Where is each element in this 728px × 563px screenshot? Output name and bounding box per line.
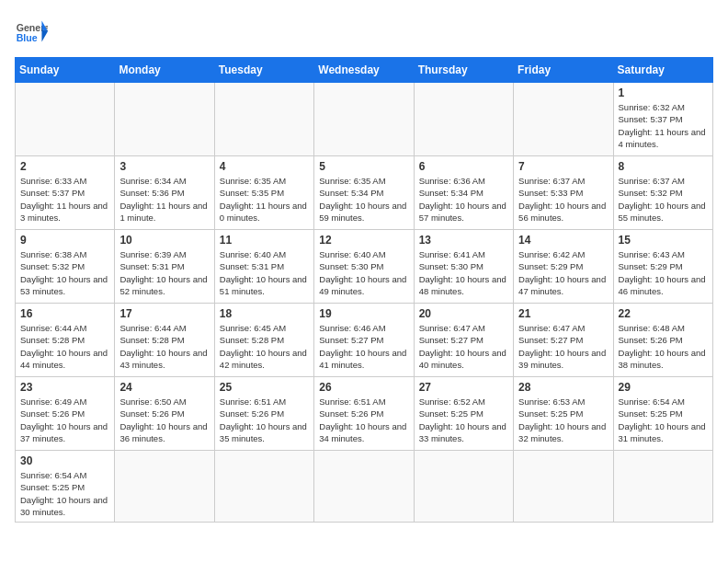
- day-info: Sunrise: 6:48 AM Sunset: 5:26 PM Dayligh…: [619, 322, 708, 371]
- day-number: 28: [518, 381, 608, 394]
- day-info: Sunrise: 6:54 AM Sunset: 5:25 PM Dayligh…: [619, 396, 708, 444]
- day-number: 4: [220, 160, 309, 173]
- calendar-cell: 30Sunrise: 6:54 AM Sunset: 5:25 PM Dayli…: [16, 451, 115, 523]
- day-info: Sunrise: 6:47 AM Sunset: 5:27 PM Dayligh…: [419, 322, 508, 371]
- calendar-cell: 2Sunrise: 6:33 AM Sunset: 5:37 PM Daylig…: [16, 156, 115, 230]
- day-number: 12: [319, 234, 408, 247]
- calendar-cell: 26Sunrise: 6:51 AM Sunset: 5:26 PM Dayli…: [314, 377, 414, 451]
- day-info: Sunrise: 6:35 AM Sunset: 5:35 PM Dayligh…: [220, 175, 309, 224]
- calendar-week-row: 16Sunrise: 6:44 AM Sunset: 5:28 PM Dayli…: [16, 304, 713, 377]
- column-header-tuesday: Tuesday: [214, 58, 313, 83]
- day-number: 5: [319, 160, 408, 173]
- day-info: Sunrise: 6:52 AM Sunset: 5:25 PM Dayligh…: [419, 396, 508, 444]
- calendar-cell: 25Sunrise: 6:51 AM Sunset: 5:26 PM Dayli…: [214, 377, 313, 451]
- calendar-cell: 15Sunrise: 6:43 AM Sunset: 5:29 PM Dayli…: [613, 230, 712, 304]
- day-info: Sunrise: 6:45 AM Sunset: 5:28 PM Dayligh…: [220, 322, 309, 371]
- calendar-week-row: 23Sunrise: 6:49 AM Sunset: 5:26 PM Dayli…: [16, 377, 713, 451]
- column-header-monday: Monday: [115, 58, 214, 83]
- day-info: Sunrise: 6:37 AM Sunset: 5:33 PM Dayligh…: [518, 175, 608, 224]
- calendar-cell: [414, 451, 513, 523]
- calendar-cell: 3Sunrise: 6:34 AM Sunset: 5:36 PM Daylig…: [115, 156, 214, 230]
- logo: General Blue: [15, 15, 48, 48]
- calendar-cell: 20Sunrise: 6:47 AM Sunset: 5:27 PM Dayli…: [414, 304, 513, 377]
- calendar-header-row: SundayMondayTuesdayWednesdayThursdayFrid…: [16, 58, 713, 83]
- day-number: 6: [419, 160, 508, 173]
- calendar-week-row: 2Sunrise: 6:33 AM Sunset: 5:37 PM Daylig…: [16, 156, 713, 230]
- calendar-cell: 28Sunrise: 6:53 AM Sunset: 5:25 PM Dayli…: [514, 377, 613, 451]
- day-info: Sunrise: 6:49 AM Sunset: 5:26 PM Dayligh…: [20, 396, 109, 444]
- page-header: General Blue: [15, 15, 713, 48]
- calendar-cell: 7Sunrise: 6:37 AM Sunset: 5:33 PM Daylig…: [514, 156, 613, 230]
- day-number: 17: [119, 307, 209, 320]
- day-info: Sunrise: 6:37 AM Sunset: 5:32 PM Dayligh…: [619, 175, 708, 224]
- day-number: 22: [619, 307, 708, 320]
- day-number: 24: [119, 381, 209, 394]
- day-number: 10: [119, 234, 209, 247]
- day-info: Sunrise: 6:42 AM Sunset: 5:29 PM Dayligh…: [518, 248, 608, 297]
- calendar-cell: 19Sunrise: 6:46 AM Sunset: 5:27 PM Dayli…: [314, 304, 414, 377]
- calendar-cell: 8Sunrise: 6:37 AM Sunset: 5:32 PM Daylig…: [613, 156, 712, 230]
- calendar-cell: 18Sunrise: 6:45 AM Sunset: 5:28 PM Dayli…: [214, 304, 313, 377]
- day-info: Sunrise: 6:38 AM Sunset: 5:32 PM Dayligh…: [20, 248, 109, 297]
- day-info: Sunrise: 6:32 AM Sunset: 5:37 PM Dayligh…: [619, 101, 708, 150]
- day-number: 30: [20, 454, 109, 467]
- calendar-cell: [613, 451, 712, 523]
- day-info: Sunrise: 6:40 AM Sunset: 5:30 PM Dayligh…: [319, 248, 408, 297]
- day-number: 3: [119, 160, 209, 173]
- calendar-cell: 11Sunrise: 6:40 AM Sunset: 5:31 PM Dayli…: [214, 230, 313, 304]
- day-number: 14: [518, 234, 608, 247]
- calendar-cell: 5Sunrise: 6:35 AM Sunset: 5:34 PM Daylig…: [314, 156, 414, 230]
- calendar-cell: [115, 451, 214, 523]
- day-number: 15: [619, 234, 708, 247]
- calendar-cell: 10Sunrise: 6:39 AM Sunset: 5:31 PM Dayli…: [115, 230, 214, 304]
- day-number: 29: [619, 381, 708, 394]
- day-number: 19: [319, 307, 408, 320]
- day-info: Sunrise: 6:36 AM Sunset: 5:34 PM Dayligh…: [419, 175, 508, 224]
- day-info: Sunrise: 6:34 AM Sunset: 5:36 PM Dayligh…: [119, 175, 209, 224]
- calendar-cell: 21Sunrise: 6:47 AM Sunset: 5:27 PM Dayli…: [514, 304, 613, 377]
- calendar-cell: [16, 83, 115, 156]
- calendar-cell: 23Sunrise: 6:49 AM Sunset: 5:26 PM Dayli…: [16, 377, 115, 451]
- column-header-saturday: Saturday: [613, 58, 712, 83]
- calendar-week-row: 1Sunrise: 6:32 AM Sunset: 5:37 PM Daylig…: [16, 83, 713, 156]
- day-info: Sunrise: 6:35 AM Sunset: 5:34 PM Dayligh…: [319, 175, 408, 224]
- day-number: 25: [220, 381, 309, 394]
- calendar-week-row: 9Sunrise: 6:38 AM Sunset: 5:32 PM Daylig…: [16, 230, 713, 304]
- column-header-wednesday: Wednesday: [314, 58, 414, 83]
- day-info: Sunrise: 6:47 AM Sunset: 5:27 PM Dayligh…: [518, 322, 608, 371]
- calendar-week-row: 30Sunrise: 6:54 AM Sunset: 5:25 PM Dayli…: [16, 451, 713, 523]
- day-number: 26: [319, 381, 408, 394]
- calendar-cell: 13Sunrise: 6:41 AM Sunset: 5:30 PM Dayli…: [414, 230, 513, 304]
- calendar-cell: [514, 451, 613, 523]
- day-info: Sunrise: 6:40 AM Sunset: 5:31 PM Dayligh…: [220, 248, 309, 297]
- calendar-cell: 17Sunrise: 6:44 AM Sunset: 5:28 PM Dayli…: [115, 304, 214, 377]
- day-info: Sunrise: 6:44 AM Sunset: 5:28 PM Dayligh…: [119, 322, 209, 371]
- day-info: Sunrise: 6:46 AM Sunset: 5:27 PM Dayligh…: [319, 322, 408, 371]
- calendar-cell: 6Sunrise: 6:36 AM Sunset: 5:34 PM Daylig…: [414, 156, 513, 230]
- day-number: 8: [619, 160, 708, 173]
- day-number: 13: [419, 234, 508, 247]
- calendar-cell: 1Sunrise: 6:32 AM Sunset: 5:37 PM Daylig…: [613, 83, 712, 156]
- day-info: Sunrise: 6:53 AM Sunset: 5:25 PM Dayligh…: [518, 396, 608, 444]
- calendar-cell: [414, 83, 513, 156]
- day-info: Sunrise: 6:51 AM Sunset: 5:26 PM Dayligh…: [319, 396, 408, 444]
- day-info: Sunrise: 6:51 AM Sunset: 5:26 PM Dayligh…: [220, 396, 309, 444]
- calendar-cell: [214, 451, 313, 523]
- svg-marker-3: [41, 29, 48, 41]
- day-info: Sunrise: 6:44 AM Sunset: 5:28 PM Dayligh…: [20, 322, 109, 371]
- calendar-cell: [314, 83, 414, 156]
- column-header-friday: Friday: [514, 58, 613, 83]
- calendar-cell: 27Sunrise: 6:52 AM Sunset: 5:25 PM Dayli…: [414, 377, 513, 451]
- day-number: 1: [619, 86, 708, 99]
- day-number: 9: [20, 234, 109, 247]
- day-info: Sunrise: 6:33 AM Sunset: 5:37 PM Dayligh…: [20, 175, 109, 224]
- calendar-cell: 12Sunrise: 6:40 AM Sunset: 5:30 PM Dayli…: [314, 230, 414, 304]
- calendar-table: SundayMondayTuesdayWednesdayThursdayFrid…: [15, 57, 713, 523]
- day-info: Sunrise: 6:39 AM Sunset: 5:31 PM Dayligh…: [119, 248, 209, 297]
- day-info: Sunrise: 6:50 AM Sunset: 5:26 PM Dayligh…: [119, 396, 209, 444]
- day-number: 27: [419, 381, 508, 394]
- day-info: Sunrise: 6:43 AM Sunset: 5:29 PM Dayligh…: [619, 248, 708, 297]
- day-number: 23: [20, 381, 109, 394]
- day-number: 18: [220, 307, 309, 320]
- day-info: Sunrise: 6:41 AM Sunset: 5:30 PM Dayligh…: [419, 248, 508, 297]
